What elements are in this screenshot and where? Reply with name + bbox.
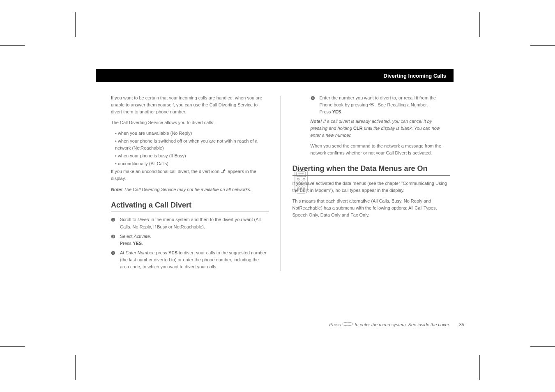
left-arrow-icon	[369, 102, 375, 107]
column-divider	[281, 96, 281, 271]
prompt-text: Enter Number:	[125, 250, 155, 255]
svg-point-7	[303, 181, 305, 182]
step-2: ❷ Select Activate. Press YES.	[111, 233, 269, 247]
crop-mark	[479, 12, 480, 37]
key-yes: YES	[332, 109, 341, 114]
list-item: unconditionally (All Calls)	[115, 160, 269, 167]
footer-text: Press	[329, 322, 341, 327]
list-item: when you are unavailable (No Reply)	[115, 130, 269, 137]
svg-point-14	[297, 188, 299, 190]
crop-mark	[75, 12, 76, 37]
footer-text: to enter the menu system. See inside the…	[355, 322, 450, 327]
crop-mark	[530, 45, 555, 46]
network-confirmation-text: When you send the command to the network…	[311, 143, 451, 157]
step-body: Enter the number you want to divert to, …	[320, 95, 451, 115]
page-number: 35	[459, 322, 464, 327]
page-content: Diverting Incoming Calls If you want to …	[96, 69, 454, 311]
crop-mark	[0, 346, 25, 347]
step-number-icon: ❸	[111, 249, 117, 270]
heading-data-menus: Diverting when the Data Menus are On	[292, 163, 451, 176]
data-menus-paragraph-1: If you have activated the data menus (se…	[292, 180, 451, 194]
header-bar: Diverting Incoming Calls	[96, 69, 454, 82]
step-1: ❶ Scroll to Divert in the menu system an…	[111, 216, 269, 230]
menu-name: Activate	[134, 234, 150, 239]
key-yes: YES	[168, 250, 177, 255]
crop-mark	[479, 355, 480, 380]
crop-mark	[75, 355, 76, 380]
note-1: Note! The Call Diverting Service may not…	[111, 186, 269, 193]
note-body: The Call Diverting Service may not be av…	[122, 187, 251, 192]
text: Scroll to	[120, 217, 138, 222]
svg-point-9	[300, 183, 302, 185]
step-number-icon: ❷	[111, 233, 117, 247]
svg-point-15	[300, 188, 302, 190]
svg-point-6	[300, 181, 302, 182]
intro-paragraph-1: If you want to be certain that your inco…	[111, 95, 269, 115]
text: press	[155, 250, 168, 255]
svg-point-13	[303, 186, 305, 187]
phone-screen-line1: DIVERT	[298, 173, 304, 174]
step-number-icon: ❶	[111, 216, 117, 230]
svg-point-16	[303, 188, 305, 190]
step-4: ❹ Enter the number you want to divert to…	[311, 95, 451, 115]
key-yes: YES	[133, 241, 142, 246]
intro-paragraph-2: The Call Diverting Service allows you to…	[111, 119, 269, 126]
svg-point-12	[300, 186, 302, 187]
note-label: Note!	[111, 187, 122, 192]
svg-point-8	[297, 183, 299, 185]
right-column: ❹ Enter the number you want to divert to…	[292, 95, 454, 273]
phone-screen-line2: < All calls >	[297, 175, 304, 176]
data-menus-paragraph-2: This means that each divert alternative …	[292, 198, 451, 219]
text: If you make an unconditional call divert…	[111, 169, 221, 174]
svg-point-11	[297, 186, 299, 187]
key-clr: CLR	[353, 126, 363, 131]
svg-point-5	[297, 181, 299, 182]
nav-key-icon	[342, 322, 353, 327]
text: Select	[120, 234, 134, 239]
page-title: Diverting Incoming Calls	[384, 73, 446, 79]
svg-point-10	[303, 183, 305, 185]
crop-mark	[530, 346, 555, 347]
step-body: Scroll to Divert in the menu system and …	[120, 216, 269, 230]
footer-hint: Press to enter the menu system. See insi…	[329, 322, 450, 327]
intro-paragraph-3: If you make an unconditional call divert…	[111, 168, 269, 182]
svg-point-3	[297, 178, 299, 180]
menu-name: Divert	[138, 217, 150, 222]
heading-activating: Activating a Call Divert	[111, 200, 269, 212]
phone-illustration: DIVERT < All calls >	[294, 167, 308, 199]
list-item: when your phone is switched off or when …	[115, 138, 269, 152]
step-body: Select Activate. Press YES.	[120, 233, 269, 247]
note-label: Note!	[311, 119, 322, 124]
divert-conditions-list: when you are unavailable (No Reply) when…	[115, 130, 269, 167]
text: At	[120, 250, 125, 255]
step-body: At Enter Number: press YES to divert you…	[120, 249, 269, 270]
text: .	[341, 109, 343, 114]
left-column: If you want to be certain that your inco…	[96, 95, 269, 273]
step-number-icon: ❹	[311, 95, 316, 115]
list-item: when your phone is busy (If Busy)	[115, 152, 269, 159]
divert-icon	[221, 168, 226, 173]
svg-point-4	[303, 178, 305, 180]
note-2: Note! If a call divert is already activa…	[311, 118, 451, 139]
text: .	[142, 241, 143, 246]
step-3: ❸ At Enter Number: press YES to divert y…	[111, 249, 269, 270]
crop-mark	[0, 45, 25, 46]
